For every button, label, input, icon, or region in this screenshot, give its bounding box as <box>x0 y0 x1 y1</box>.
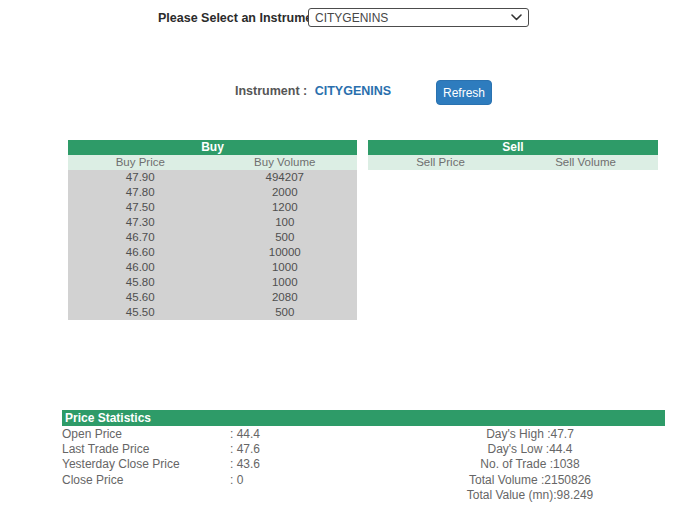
sell-table-title: Sell <box>368 140 658 155</box>
chevron-down-icon <box>511 14 522 21</box>
buy-price-cell: 47.30 <box>68 215 213 230</box>
buy-volume-cell: 100 <box>213 215 358 230</box>
buy-price-cell: 45.80 <box>68 275 213 290</box>
buy-volume-cell: 1000 <box>213 260 358 275</box>
sell-table-columns: Sell Price Sell Volume <box>368 155 658 170</box>
stat-row: Last Trade Price : 47.6 <box>62 442 260 457</box>
buy-volume-cell: 2080 <box>213 290 358 305</box>
buy-table-columns: Buy Price Buy Volume <box>68 155 357 170</box>
instrument-info-label: Instrument : <box>235 84 307 98</box>
stat-value: : 44.4 <box>230 427 260 442</box>
buy-price-column-header: Buy Price <box>68 155 213 170</box>
buy-volume-cell: 500 <box>213 230 358 245</box>
buy-price-cell: 45.60 <box>68 290 213 305</box>
stat-row: Close Price : 0 <box>62 473 260 488</box>
instrument-select-value: CITYGENINS <box>315 11 388 25</box>
buy-volume-cell: 1200 <box>213 200 358 215</box>
stat-row: Total Volume :2150826 <box>390 473 670 488</box>
table-row: 47.50 1200 <box>68 200 357 215</box>
stat-value: : 0 <box>230 473 243 488</box>
stat-label: Yesterday Close Price <box>62 457 230 472</box>
stat-label: Close Price <box>62 473 230 488</box>
table-row: 47.80 2000 <box>68 185 357 200</box>
stat-value: : 47.6 <box>230 442 260 457</box>
stat-row: Yesterday Close Price : 43.6 <box>62 457 260 472</box>
buy-price-cell: 46.70 <box>68 230 213 245</box>
stat-label: Last Trade Price <box>62 442 230 457</box>
stat-row: No. of Trade :1038 <box>390 457 670 472</box>
stat-row: Total Value (mn):98.249 <box>390 488 670 503</box>
stat-row: Open Price : 44.4 <box>62 427 260 442</box>
table-row: 45.80 1000 <box>68 275 357 290</box>
stat-label: Open Price <box>62 427 230 442</box>
table-row: 46.00 1000 <box>68 260 357 275</box>
buy-volume-cell: 500 <box>213 305 358 320</box>
buy-price-cell: 47.80 <box>68 185 213 200</box>
refresh-button[interactable]: Refresh <box>436 80 492 105</box>
table-row: 47.90 494207 <box>68 170 357 185</box>
table-row: 46.70 500 <box>68 230 357 245</box>
sell-volume-column-header: Sell Volume <box>513 155 658 170</box>
buy-volume-column-header: Buy Volume <box>213 155 358 170</box>
table-row: 45.60 2080 <box>68 290 357 305</box>
instrument-info-value: CITYGENINS <box>315 84 391 98</box>
buy-volume-cell: 10000 <box>213 245 358 260</box>
table-row: 45.50 500 <box>68 305 357 320</box>
sell-price-column-header: Sell Price <box>368 155 513 170</box>
price-statistics-header: Price Statistics <box>62 410 665 426</box>
buy-volume-cell: 1000 <box>213 275 358 290</box>
instrument-info: Instrument : CITYGENINS <box>235 84 391 98</box>
buy-price-cell: 47.90 <box>68 170 213 185</box>
stat-row: Day's High :47.7 <box>390 427 670 442</box>
buy-price-cell: 46.60 <box>68 245 213 260</box>
stat-value: : 43.6 <box>230 457 260 472</box>
sell-table: Sell Sell Price Sell Volume <box>368 140 658 170</box>
instrument-select[interactable]: CITYGENINS <box>308 8 529 27</box>
buy-table-title: Buy <box>68 140 357 155</box>
buy-price-cell: 46.00 <box>68 260 213 275</box>
buy-volume-cell: 2000 <box>213 185 358 200</box>
stat-row: Day's Low :44.4 <box>390 442 670 457</box>
table-row: 46.60 10000 <box>68 245 357 260</box>
buy-table: Buy Buy Price Buy Volume 47.90 494207 47… <box>68 140 357 320</box>
table-row: 47.30 100 <box>68 215 357 230</box>
buy-price-cell: 47.50 <box>68 200 213 215</box>
market-depth-page: Please Select an Instrument CITYGENINS I… <box>0 0 700 515</box>
instrument-select-label: Please Select an Instrument <box>158 11 324 25</box>
buy-volume-cell: 494207 <box>213 170 358 185</box>
buy-price-cell: 45.50 <box>68 305 213 320</box>
price-statistics-right: Day's High :47.7 Day's Low :44.4 No. of … <box>390 427 670 503</box>
price-statistics-left: Open Price : 44.4 Last Trade Price : 47.… <box>62 427 260 488</box>
